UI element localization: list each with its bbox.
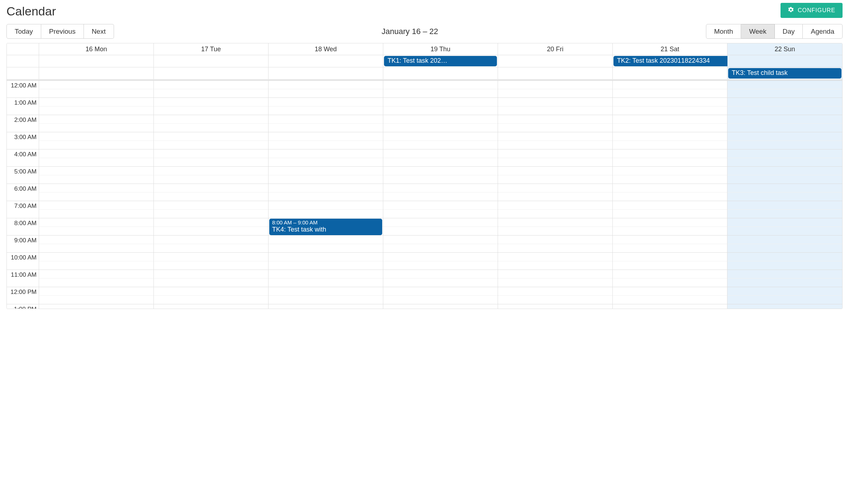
- event-title: TK4: Test task with: [272, 226, 379, 233]
- calendar-grid: 16 Mon 17 Tue 18 Wed 19 Thu 20 Fri 21 Sa…: [6, 43, 843, 309]
- time-label: 10:00 AM: [7, 253, 39, 270]
- event-tk4[interactable]: 8:00 AM – 9:00 AMTK4: Test task with: [269, 219, 382, 235]
- day-col-sat[interactable]: [613, 81, 727, 309]
- day-col-fri[interactable]: [498, 81, 613, 309]
- allday-cell-sun-1[interactable]: TK3: Test child task: [727, 67, 842, 79]
- allday-cell-thu-1[interactable]: [383, 67, 498, 79]
- allday-cell-sat-1[interactable]: [613, 67, 727, 79]
- allday-row-1: TK3: Test child task: [7, 67, 842, 80]
- event-time-label: 8:00 AM – 9:00 AM: [272, 220, 379, 226]
- allday-gutter-1: [7, 67, 39, 79]
- allday-cell-wed-0[interactable]: [269, 55, 383, 67]
- allday-cell-wed-1[interactable]: [269, 67, 383, 79]
- time-label: 12:00 AM: [7, 81, 39, 98]
- time-label: 6:00 AM: [7, 184, 39, 201]
- time-label: 1:00 PM: [7, 304, 39, 309]
- configure-label: CONFIGURE: [798, 7, 835, 14]
- today-button[interactable]: Today: [6, 24, 41, 39]
- date-range-label: January 16 – 22: [381, 27, 438, 36]
- day-header-mon[interactable]: 16 Mon: [39, 43, 154, 55]
- view-button-group: Month Week Day Agenda: [706, 24, 843, 39]
- time-grid: 12:00 AM1:00 AM2:00 AM3:00 AM4:00 AM5:00…: [7, 81, 842, 309]
- day-col-thu[interactable]: [383, 81, 498, 309]
- view-week-button[interactable]: Week: [741, 24, 774, 39]
- time-label: 7:00 AM: [7, 201, 39, 218]
- allday-cell-tue-1[interactable]: [154, 67, 269, 79]
- allday-gutter-0: [7, 55, 39, 67]
- page-title: Calendar: [6, 4, 56, 18]
- allday-cell-sat-0[interactable]: TK2: Test task 20230118224334: [613, 55, 727, 67]
- allday-cell-sun-0[interactable]: [727, 55, 842, 67]
- next-button[interactable]: Next: [84, 24, 114, 39]
- day-header-sat[interactable]: 21 Sat: [613, 43, 727, 55]
- time-gutter: 12:00 AM1:00 AM2:00 AM3:00 AM4:00 AM5:00…: [7, 81, 39, 309]
- day-col-sun[interactable]: [727, 81, 842, 309]
- allday-row-0: TK1: Test task 202… TK2: Test task 20230…: [7, 55, 842, 67]
- gutter-header: [7, 43, 39, 55]
- allday-cell-fri-0[interactable]: [498, 55, 613, 67]
- time-label: 4:00 AM: [7, 149, 39, 167]
- view-month-button[interactable]: Month: [706, 24, 741, 39]
- allday-cell-mon-1[interactable]: [39, 67, 154, 79]
- allday-cell-mon-0[interactable]: [39, 55, 154, 67]
- calendar-column-headers: 16 Mon 17 Tue 18 Wed 19 Thu 20 Fri 21 Sa…: [7, 43, 842, 55]
- day-header-tue[interactable]: 17 Tue: [154, 43, 269, 55]
- event-tk3[interactable]: TK3: Test child task: [728, 68, 841, 79]
- nav-button-group: Today Previous Next: [6, 24, 114, 39]
- day-header-thu[interactable]: 19 Thu: [383, 43, 498, 55]
- gear-icon: [788, 6, 794, 14]
- time-label: 2:00 AM: [7, 115, 39, 132]
- time-label: 11:00 AM: [7, 270, 39, 287]
- time-label: 3:00 AM: [7, 132, 39, 149]
- configure-button[interactable]: CONFIGURE: [781, 3, 843, 18]
- day-header-sun[interactable]: 22 Sun: [727, 43, 842, 55]
- event-tk1[interactable]: TK1: Test task 202…: [384, 56, 497, 66]
- time-label: 8:00 AM: [7, 218, 39, 236]
- day-col-wed[interactable]: 8:00 AM – 9:00 AMTK4: Test task with: [269, 81, 383, 309]
- allday-cell-tue-0[interactable]: [154, 55, 269, 67]
- time-label: 12:00 PM: [7, 287, 39, 304]
- day-col-mon[interactable]: [39, 81, 154, 309]
- day-header-wed[interactable]: 18 Wed: [269, 43, 383, 55]
- time-label: 9:00 AM: [7, 236, 39, 253]
- view-agenda-button[interactable]: Agenda: [803, 24, 843, 39]
- day-header-fri[interactable]: 20 Fri: [498, 43, 613, 55]
- time-label: 1:00 AM: [7, 98, 39, 115]
- allday-cell-fri-1[interactable]: [498, 67, 613, 79]
- previous-button[interactable]: Previous: [41, 24, 84, 39]
- time-label: 5:00 AM: [7, 167, 39, 184]
- allday-cell-thu-0[interactable]: TK1: Test task 202…: [383, 55, 498, 67]
- day-col-tue[interactable]: [154, 81, 269, 309]
- view-day-button[interactable]: Day: [775, 24, 803, 39]
